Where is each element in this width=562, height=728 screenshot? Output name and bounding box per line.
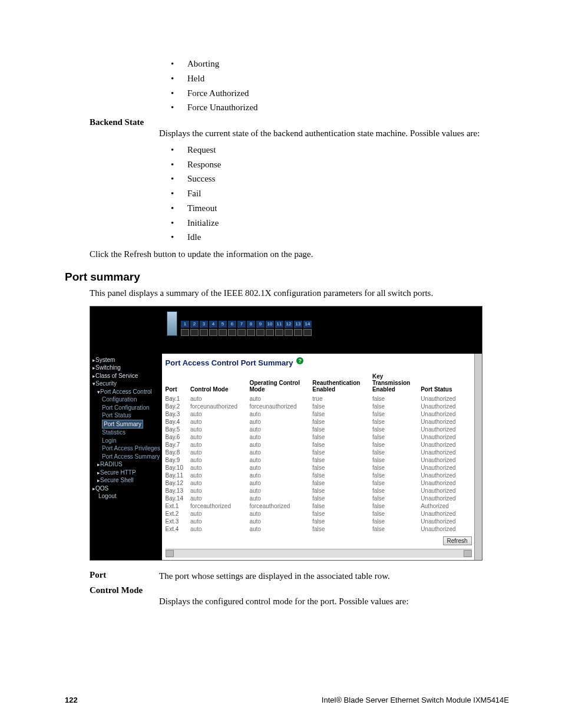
- table-cell: Bay.6: [166, 433, 190, 441]
- table-cell: false: [372, 487, 421, 495]
- table-cell: auto: [249, 433, 312, 441]
- port-status-icon[interactable]: [266, 329, 274, 336]
- scrollbar-left-icon[interactable]: [166, 550, 174, 557]
- table-cell: Unauthorized: [421, 464, 465, 472]
- table-cell: false: [312, 403, 372, 410]
- table-row: Bay.3autoautofalsefalseUnauthorized: [166, 410, 466, 418]
- port-status-icon[interactable]: [209, 329, 217, 336]
- port-number-label: 2: [190, 321, 199, 328]
- port-status-icon[interactable]: [247, 329, 255, 336]
- table-row: Bay.8autoautofalsefalseUnauthorized: [166, 449, 466, 456]
- table-cell: Bay.11: [166, 472, 190, 479]
- sidebar-item-secure-shell[interactable]: Secure Shell: [92, 476, 161, 485]
- list-item: Idle: [171, 230, 509, 245]
- table-cell: auto: [249, 456, 312, 464]
- list-item: Initialize: [171, 216, 509, 230]
- list-item: Success: [171, 172, 509, 186]
- table-cell: Unauthorized: [421, 456, 465, 464]
- table-cell: false: [372, 418, 421, 426]
- port-status-icon[interactable]: [294, 329, 302, 336]
- sidebar-item-secure-http[interactable]: Secure HTTP: [92, 469, 161, 477]
- vertical-scrollbar[interactable]: [474, 354, 482, 560]
- table-cell: Bay.3: [166, 410, 190, 418]
- sidebar-item-port-access-control[interactable]: Port Access Control: [92, 388, 161, 396]
- refresh-button[interactable]: Refresh: [443, 536, 472, 545]
- scrollbar-right-icon[interactable]: [464, 550, 472, 557]
- table-row: Ext.1forceauthorizedforceauthorizedfalse…: [166, 502, 466, 510]
- table-cell: Unauthorized: [421, 441, 465, 449]
- port-status-icon[interactable]: [237, 329, 246, 336]
- sidebar-item-logout[interactable]: Logout: [92, 492, 161, 500]
- sidebar-item-port-summary-selected[interactable]: Port Summary: [102, 420, 143, 429]
- list-item: Force Authorized: [171, 86, 509, 101]
- table-cell: auto: [249, 464, 312, 472]
- table-cell: false: [372, 410, 421, 418]
- sidebar-item-security[interactable]: Security: [92, 380, 161, 388]
- table-cell: Unauthorized: [421, 403, 465, 410]
- port-status-icon[interactable]: [256, 329, 265, 336]
- col-port: Port: [166, 372, 190, 395]
- port-number-label: 9: [256, 321, 265, 328]
- table-cell: false: [372, 495, 421, 502]
- table-cell: auto: [190, 510, 249, 518]
- horizontal-scrollbar[interactable]: [166, 549, 472, 558]
- sidebar-item-login[interactable]: Login: [92, 437, 161, 445]
- table-cell: auto: [190, 449, 249, 456]
- port-number-label: 3: [200, 321, 208, 328]
- sidebar-item-port-summary[interactable]: Port Summary: [92, 420, 161, 429]
- sidebar-item-system[interactable]: System: [92, 356, 161, 364]
- table-cell: auto: [249, 518, 312, 525]
- port-number-label: 1: [181, 321, 189, 328]
- port-status-icon[interactable]: [190, 329, 199, 336]
- table-cell: Unauthorized: [421, 472, 465, 479]
- table-cell: auto: [190, 441, 249, 449]
- port-status-icon[interactable]: [275, 329, 283, 336]
- table-cell: Ext.3: [166, 518, 190, 525]
- sidebar-item-configuration[interactable]: Configuration: [92, 396, 161, 404]
- port-status-icon[interactable]: [200, 329, 208, 336]
- table-cell: auto: [190, 495, 249, 502]
- table-row: Ext.2autoautofalsefalseUnauthorized: [166, 510, 466, 518]
- port-summary-table: Port Control Mode Operating ControlMode …: [166, 372, 466, 533]
- table-cell: forceauthorized: [249, 502, 312, 510]
- table-cell: auto: [190, 418, 249, 426]
- def-port-term: Port: [90, 570, 159, 580]
- list-item: Response: [171, 157, 509, 172]
- col-reauth-enabled: ReauthenticationEnabled: [312, 372, 372, 395]
- sidebar-item-port-configuration[interactable]: Port Configuration: [92, 404, 161, 412]
- port-status-icon[interactable]: [228, 329, 236, 336]
- port-status-icon[interactable]: [219, 329, 227, 336]
- page-number: 122: [65, 696, 78, 704]
- sidebar-item-radius[interactable]: RADIUS: [92, 460, 161, 469]
- port-number-label: 10: [266, 321, 274, 328]
- table-row: Bay.11autoautofalsefalseUnauthorized: [166, 472, 466, 479]
- port-status-icon[interactable]: [285, 329, 293, 336]
- table-cell: false: [372, 510, 421, 518]
- list-item: Timeout: [171, 201, 509, 216]
- sidebar-item-class-of-service[interactable]: Class of Service: [92, 372, 161, 380]
- port-status-icon[interactable]: [303, 329, 312, 336]
- table-cell: true: [312, 395, 372, 403]
- sidebar-item-port-access-privileges[interactable]: Port Access Privileges: [92, 444, 161, 453]
- table-cell: Unauthorized: [421, 418, 465, 426]
- table-row: Ext.4autoautofalsefalseUnauthorized: [166, 525, 466, 533]
- sidebar-item-switching[interactable]: Switching: [92, 364, 161, 372]
- table-cell: Bay.12: [166, 479, 190, 487]
- table-cell: Unauthorized: [421, 395, 465, 403]
- table-cell: false: [312, 464, 372, 472]
- sidebar-item-statistics[interactable]: Statistics: [92, 429, 161, 437]
- table-cell: false: [372, 441, 421, 449]
- port-number-label: 6: [228, 321, 236, 328]
- help-icon[interactable]: ?: [296, 357, 303, 364]
- sidebar-item-port-status[interactable]: Port Status: [92, 411, 161, 420]
- table-cell: auto: [249, 410, 312, 418]
- port-status-icon[interactable]: [181, 329, 189, 336]
- table-cell: Unauthorized: [421, 487, 465, 495]
- port-number-label: 8: [247, 321, 255, 328]
- table-cell: auto: [190, 479, 249, 487]
- sidebar-item-qos[interactable]: QOS: [92, 485, 161, 493]
- sidebar-item-port-access-summary[interactable]: Port Access Summary: [92, 453, 161, 461]
- list-item: Force Unauthorized: [171, 100, 509, 115]
- sidebar-nav[interactable]: System Switching Class of Service Securi…: [90, 354, 162, 560]
- table-cell: auto: [249, 510, 312, 518]
